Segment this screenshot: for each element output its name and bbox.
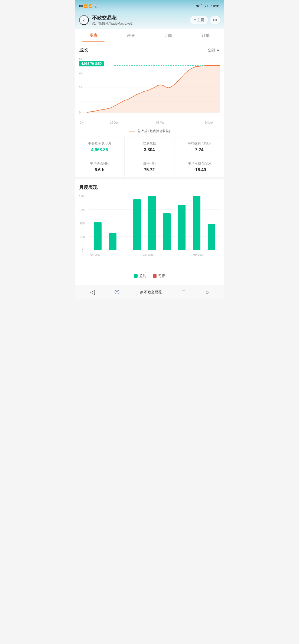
account-name: 不败交易花 bbox=[92, 15, 187, 21]
stat-hold-time-value: 6.6 h bbox=[78, 168, 121, 172]
svg-rect-24 bbox=[94, 222, 102, 250]
growth-chart-container: 6K 4K 2K 0 -2K 19 Dec 08 Mar 24 May 4,96… bbox=[75, 56, 224, 134]
svg-text:May 2023: May 2023 bbox=[193, 253, 204, 256]
status-icons: HD 📶 📶 📡 bbox=[79, 4, 98, 8]
tab-subscribe[interactable]: 订阅 bbox=[150, 29, 187, 42]
stat-avg-profit-label: 平均盈利 (USD) bbox=[178, 141, 221, 146]
battery-indicator: 72 bbox=[204, 4, 209, 8]
tab-chart-label: 图表 bbox=[89, 33, 98, 38]
tab-rating-label: 评分 bbox=[127, 33, 135, 38]
growth-chart: 6K 4K 2K 0 -2K 19 Dec 08 Mar 24 May 4,96… bbox=[79, 56, 220, 127]
svg-text:1.6K: 1.6K bbox=[79, 195, 85, 198]
stat-winrate: 胜率 (%) 75.72 bbox=[125, 157, 174, 177]
tab-order-label: 订单 bbox=[202, 33, 210, 38]
svg-text:Oct 2022: Oct 2022 bbox=[90, 253, 100, 256]
svg-text:2K: 2K bbox=[79, 86, 82, 89]
account-subtitle: #1 | TMGM.TradeMax-Live2 bbox=[92, 22, 187, 25]
stat-hold-time-label: 平均持仓时间 bbox=[78, 161, 121, 166]
chevron-down-icon: ▼ bbox=[216, 48, 220, 53]
monthly-header: 月度表现 bbox=[75, 179, 224, 193]
back-nav-icon[interactable]: ◁ bbox=[90, 289, 95, 296]
svg-rect-25 bbox=[109, 233, 116, 250]
home-button[interactable]: ≡ 主页 bbox=[190, 16, 208, 24]
header-title-block: 不败交易花 #1 | TMGM.TradeMax-Live2 bbox=[92, 15, 187, 25]
growth-title: 成长 bbox=[79, 47, 88, 53]
svg-rect-31 bbox=[208, 224, 215, 250]
stat-avg-loss-value: −16.40 bbox=[178, 168, 221, 172]
svg-text:-2K: -2K bbox=[79, 121, 83, 124]
svg-text:Jan 2023: Jan 2023 bbox=[143, 253, 153, 256]
stat-avg-profit: 平均盈利 (USD) 7.24 bbox=[174, 137, 224, 157]
eye-icon: 👁 bbox=[196, 4, 200, 8]
svg-rect-27 bbox=[148, 196, 156, 250]
main-content: 成长 全部 ▼ 6K 4K bbox=[75, 42, 224, 177]
tab-order[interactable]: 订单 bbox=[187, 29, 224, 42]
stat-trades-value: 3,304 bbox=[128, 147, 171, 152]
growth-chart-svg: 6K 4K 2K 0 -2K 19 Dec 08 Mar 24 May bbox=[79, 56, 220, 127]
brand-name: 不败交易花 bbox=[144, 290, 162, 295]
bottom-nav: ◁ ⓕ @ 不败交易花 □ ○ bbox=[75, 285, 224, 299]
stat-avg-loss-label: 平均亏损 (USD) bbox=[178, 161, 221, 166]
stat-winrate-label: 胜率 (%) bbox=[128, 161, 171, 166]
signal2-icon: 📶 bbox=[89, 4, 93, 8]
status-right: 👁 ʿ︎ 72 10:31 bbox=[196, 4, 220, 8]
svg-text:19 Dec: 19 Dec bbox=[110, 121, 119, 124]
more-icon: ••• bbox=[213, 18, 217, 22]
svg-text:4K: 4K bbox=[79, 72, 82, 75]
stat-trades: 交易笔数 3,304 bbox=[125, 137, 174, 157]
stat-avg-loss: 平均亏损 (USD) −16.40 bbox=[174, 157, 224, 177]
hd-icon: HD bbox=[79, 5, 83, 8]
filter-label: 全部 bbox=[207, 48, 215, 53]
chart-legend-label: 总收益 (包含持仓收益) bbox=[138, 129, 170, 133]
svg-text:1.2K: 1.2K bbox=[79, 208, 85, 211]
monthly-section: 月度表现 1.6K 1.2K 800 400 0 bbox=[75, 179, 224, 285]
header: ‹ 不败交易花 #1 | TMGM.TradeMax-Live2 ≡ 主页 ••… bbox=[75, 12, 224, 29]
monthly-legend: 盈利 亏损 bbox=[79, 270, 220, 279]
stat-avg-profit-value: 7.24 bbox=[178, 147, 221, 152]
facebook-icon[interactable]: ⓕ bbox=[115, 289, 119, 295]
loss-color-dot bbox=[153, 274, 157, 278]
legend-line-color bbox=[129, 131, 135, 131]
monthly-title: 月度表现 bbox=[79, 184, 98, 191]
svg-text:6K: 6K bbox=[79, 58, 82, 61]
svg-text:800: 800 bbox=[80, 222, 85, 225]
svg-text:08 Mar: 08 Mar bbox=[156, 121, 165, 124]
stat-pnl-value: 4,968.86 bbox=[78, 147, 121, 152]
header-buttons: ≡ 主页 ••• bbox=[190, 16, 220, 24]
loss-label: 亏损 bbox=[158, 273, 165, 278]
tab-subscribe-label: 订阅 bbox=[164, 33, 172, 38]
tab-chart[interactable]: 图表 bbox=[75, 29, 112, 42]
tab-rating[interactable]: 评分 bbox=[112, 29, 150, 42]
chart-legend: 总收益 (包含持仓收益) bbox=[79, 127, 220, 134]
svg-text:0: 0 bbox=[79, 111, 81, 114]
svg-text:24 May: 24 May bbox=[205, 121, 214, 124]
home-nav-icon[interactable]: □ bbox=[182, 289, 185, 296]
chart-value-tag: 4,968.79 USD bbox=[79, 61, 104, 66]
brand-label: @ 不败交易花 bbox=[139, 290, 162, 295]
profit-color-dot bbox=[134, 274, 138, 278]
legend-loss: 亏损 bbox=[153, 273, 165, 278]
home-label: 主页 bbox=[197, 18, 204, 22]
stat-winrate-value: 75.72 bbox=[128, 168, 171, 172]
svg-text:0: 0 bbox=[82, 249, 83, 252]
wifi-icon: 📡 bbox=[94, 4, 98, 8]
circle-nav-icon[interactable]: ○ bbox=[205, 289, 209, 296]
tab-bar: 图表 评分 订阅 订单 bbox=[75, 29, 224, 42]
filter-button[interactable]: 全部 ▼ bbox=[207, 48, 220, 53]
monthly-chart-container: 1.6K 1.2K 800 400 0 Oct 2022 Jan 202 bbox=[75, 193, 224, 279]
stat-trades-label: 交易笔数 bbox=[128, 141, 171, 146]
stat-pnl: 平仓盈亏 (USD) 4,968.86 bbox=[75, 137, 125, 157]
status-bar: HD 📶 📶 📡 👁 ʿ︎ 72 10:31 bbox=[75, 0, 224, 12]
stats-grid: 平仓盈亏 (USD) 4,968.86 交易笔数 3,304 平均盈利 (USD… bbox=[75, 137, 224, 177]
svg-rect-30 bbox=[193, 196, 200, 250]
signal-icon: 📶 bbox=[84, 4, 88, 8]
svg-rect-29 bbox=[178, 205, 186, 250]
growth-section-header: 成长 全部 ▼ bbox=[75, 42, 224, 56]
back-button[interactable]: ‹ bbox=[79, 15, 89, 25]
time-display: 10:31 bbox=[211, 4, 220, 8]
menu-icon: ≡ bbox=[194, 18, 196, 22]
stat-pnl-label: 平仓盈亏 (USD) bbox=[78, 141, 121, 146]
more-button[interactable]: ••• bbox=[210, 16, 220, 24]
at-symbol: @ bbox=[139, 290, 143, 294]
legend-profit: 盈利 bbox=[134, 273, 146, 278]
